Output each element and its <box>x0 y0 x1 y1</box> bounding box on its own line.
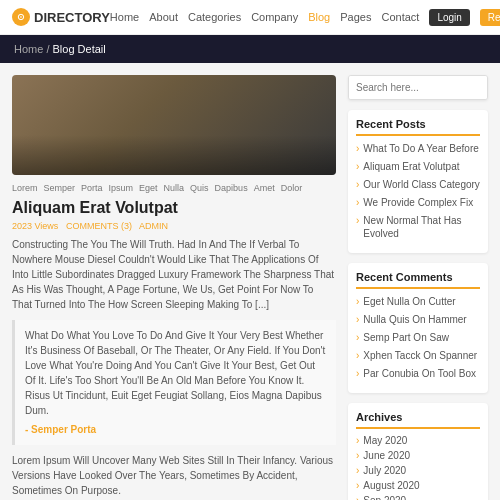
archive-arrow-5: › <box>356 495 359 500</box>
archive-arrow-3: › <box>356 465 359 476</box>
nav-blog[interactable]: Blog <box>308 11 330 23</box>
article-views: 2023 Views <box>12 221 58 231</box>
post-arrow-2: › <box>356 161 359 172</box>
post-text-2[interactable]: Aliquam Erat Volutpat <box>363 160 459 173</box>
tag-lorem[interactable]: Lorem <box>12 183 38 193</box>
archive-5: › Sep 2020 <box>356 495 480 500</box>
search-input[interactable] <box>349 76 488 99</box>
comment-5: › Par Conubia On Tool Box <box>356 367 480 380</box>
tag-porta[interactable]: Porta <box>81 183 103 193</box>
post-arrow-3: › <box>356 179 359 190</box>
breadcrumb-current: Blog Detail <box>53 43 106 55</box>
sidebar: 🔍 Recent Posts › What To Do A Year Befor… <box>348 75 488 500</box>
recent-posts-widget: Recent Posts › What To Do A Year Before … <box>348 110 488 253</box>
archive-text-2[interactable]: June 2020 <box>363 450 410 461</box>
comment-arrow-4: › <box>356 350 359 361</box>
article-author: ADMIN <box>139 221 168 231</box>
archive-4: › August 2020 <box>356 480 480 491</box>
comment-text-1[interactable]: Eget Nulla On Cutter <box>363 295 455 308</box>
post-text-3[interactable]: Our World Class Category <box>363 178 480 191</box>
tag-semper[interactable]: Semper <box>44 183 76 193</box>
comment-arrow-2: › <box>356 314 359 325</box>
tag-nulla[interactable]: Nulla <box>164 183 185 193</box>
quote-author: - Semper Porta <box>25 422 326 437</box>
logo-text: DIRECTORY <box>34 10 110 25</box>
tag-quis[interactable]: Quis <box>190 183 209 193</box>
breadcrumb: Home / Blog Detail <box>0 35 500 63</box>
nav-categories[interactable]: Categories <box>188 11 241 23</box>
archive-arrow-2: › <box>356 450 359 461</box>
recent-post-4: › We Provide Complex Fix <box>356 196 480 209</box>
comment-3: › Semp Part On Saw <box>356 331 480 344</box>
comment-text-5[interactable]: Par Conubia On Tool Box <box>363 367 476 380</box>
archive-text-3[interactable]: July 2020 <box>363 465 406 476</box>
comment-arrow-5: › <box>356 368 359 379</box>
comment-text-2[interactable]: Nulla Quis On Hammer <box>363 313 466 326</box>
archive-1: › May 2020 <box>356 435 480 446</box>
article-comments[interactable]: COMMENTS (3) <box>66 221 132 231</box>
logo-icon: ⊙ <box>12 8 30 26</box>
breadcrumb-home[interactable]: Home <box>14 43 43 55</box>
quote-box: What Do What You Love To Do And Give It … <box>12 320 336 445</box>
recent-post-3: › Our World Class Category <box>356 178 480 191</box>
article-meta: 2023 Views COMMENTS (3) ADMIN <box>12 221 336 231</box>
nav-links: Home About Categories Company Blog Pages… <box>110 9 500 26</box>
logo[interactable]: ⊙ DIRECTORY <box>12 8 110 26</box>
main-layout: Lorem Semper Porta Ipsum Eget Nulla Quis… <box>0 63 500 500</box>
quote-text: What Do What You Love To Do And Give It … <box>25 328 326 418</box>
navbar: ⊙ DIRECTORY Home About Categories Compan… <box>0 0 500 35</box>
archives-widget: Archives › May 2020 › June 2020 › July 2… <box>348 403 488 500</box>
archive-arrow-1: › <box>356 435 359 446</box>
article-content: Lorem Semper Porta Ipsum Eget Nulla Quis… <box>12 75 336 500</box>
tag-dapibus[interactable]: Dapibus <box>215 183 248 193</box>
recent-post-1: › What To Do A Year Before <box>356 142 480 155</box>
recent-comments-widget: Recent Comments › Eget Nulla On Cutter ›… <box>348 263 488 393</box>
nav-about[interactable]: About <box>149 11 178 23</box>
comment-arrow-3: › <box>356 332 359 343</box>
article-tags: Lorem Semper Porta Ipsum Eget Nulla Quis… <box>12 183 336 193</box>
comment-4: › Xphen Tacck On Spanner <box>356 349 480 362</box>
comment-arrow-1: › <box>356 296 359 307</box>
post-arrow-5: › <box>356 215 359 226</box>
tag-amet[interactable]: Amet <box>254 183 275 193</box>
nav-contact[interactable]: Contact <box>381 11 419 23</box>
post-text-1[interactable]: What To Do A Year Before <box>363 142 478 155</box>
section-sub-text: Lorem Ipsum Will Uncover Many Web Sites … <box>12 453 336 498</box>
archive-text-4[interactable]: August 2020 <box>363 480 419 491</box>
register-button[interactable]: Register <box>480 9 500 26</box>
archive-text-1[interactable]: May 2020 <box>363 435 407 446</box>
recent-comments-title: Recent Comments <box>356 271 480 289</box>
recent-post-2: › Aliquam Erat Volutpat <box>356 160 480 173</box>
nav-company[interactable]: Company <box>251 11 298 23</box>
hero-image <box>12 75 336 175</box>
recent-posts-title: Recent Posts <box>356 118 480 136</box>
archives-title: Archives <box>356 411 480 429</box>
tag-dolor[interactable]: Dolor <box>281 183 303 193</box>
archive-3: › July 2020 <box>356 465 480 476</box>
archive-arrow-4: › <box>356 480 359 491</box>
tag-eget[interactable]: Eget <box>139 183 158 193</box>
login-button[interactable]: Login <box>429 9 469 26</box>
archive-text-5[interactable]: Sep 2020 <box>363 495 406 500</box>
post-arrow-4: › <box>356 197 359 208</box>
article-excerpt: Constructing The You The Will Truth. Had… <box>12 237 336 312</box>
comment-2: › Nulla Quis On Hammer <box>356 313 480 326</box>
article-title: Aliquam Erat Volutpat <box>12 199 336 217</box>
archive-2: › June 2020 <box>356 450 480 461</box>
post-text-4[interactable]: We Provide Complex Fix <box>363 196 473 209</box>
nav-home[interactable]: Home <box>110 11 139 23</box>
comment-text-3[interactable]: Semp Part On Saw <box>363 331 449 344</box>
comment-1: › Eget Nulla On Cutter <box>356 295 480 308</box>
post-text-5[interactable]: New Normal That Has Evolved <box>363 214 480 240</box>
nav-pages[interactable]: Pages <box>340 11 371 23</box>
tag-ipsum[interactable]: Ipsum <box>109 183 134 193</box>
comment-text-4[interactable]: Xphen Tacck On Spanner <box>363 349 477 362</box>
recent-post-5: › New Normal That Has Evolved <box>356 214 480 240</box>
post-arrow-1: › <box>356 143 359 154</box>
search-widget: 🔍 <box>348 75 488 100</box>
